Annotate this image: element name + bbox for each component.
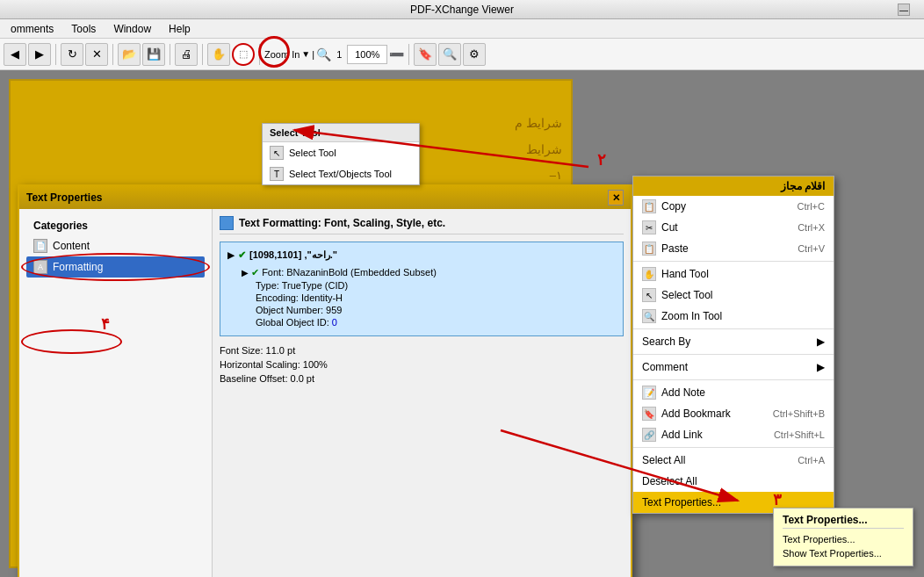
add-bookmark-label: Add Bookmark [661,408,731,420]
ctx-add-link[interactable]: 🔗 Add Link Ctrl+Shift+L [633,424,834,445]
paste-icon: 📋 [642,242,656,256]
font-label: Font: BNazaninBold (Embedded Subset) [262,267,437,278]
select-tool-dropdown-header: Select Tool [263,124,419,142]
app-title: PDF-XChange Viewer [410,4,514,16]
select-tool-option[interactable]: ↖ Select Tool [263,142,419,163]
link-shortcut: Ctrl+Shift+L [774,429,825,440]
bookmark-button[interactable]: 🔖 [414,43,437,66]
ctx-add-note[interactable]: 📝 Add Note [633,382,834,403]
dialog-title: Text Properties [26,191,102,204]
menu-tools[interactable]: Tools [64,21,103,37]
text-properties-label: Text Properties... [642,496,721,508]
separator-ctx-5 [633,447,834,448]
stop-button[interactable]: ✕ [85,43,108,66]
ctx-hand-tool[interactable]: ✋ Hand Tool [633,263,834,285]
menu-window[interactable]: Window [106,21,158,37]
ctx-select-all[interactable]: Select All Ctrl+A [633,450,834,471]
link-icon: 🔗 [642,428,656,442]
type-row: Type: TrueType (CID) [242,279,616,292]
ctx-cut[interactable]: ✂ Cut Ctrl+X [633,217,834,238]
text-info-box: ▶ ✔ ‬".راحه", [1098,1101] ▶ ✔ Font: BNaz… [220,242,624,336]
paste-label: Paste [661,242,689,255]
horizontal-scaling-row: Horizontal Scaling: 100% [220,357,624,371]
formatting-label: Formatting [53,261,103,273]
select-text-label: Select Text/Objects Tool [289,169,392,179]
font-section: ▶ ✔ Font: BNazaninBold (Embedded Subset)… [227,266,616,328]
zoom-dropdown-icon[interactable]: ▼ [301,49,310,59]
title-bar: PDF-XChange Viewer — [0,0,924,19]
bookmark-icon: 🔖 [642,407,656,421]
separator-4 [202,44,203,65]
separator-3 [170,44,170,65]
doc-arabic-text: شرایط م [515,116,562,130]
ctx-copy[interactable]: 📋 Copy Ctrl+C [633,196,834,217]
content-header: Text Formatting: Font, Scaling, Style, e… [220,216,624,234]
sidebar-item-content[interactable]: 📄 Content [26,235,205,256]
search-button[interactable]: 🔍 [438,43,461,66]
separator-1 [55,44,56,65]
minimize-button[interactable]: — [898,4,910,16]
ctx-deselect-all[interactable]: Deselect All [633,471,834,492]
print-button[interactable]: 🖨 [175,43,198,66]
text-properties-dialog: Text Properties ✕ Categories 📄 Content A… [18,184,632,577]
tooltip-item-2[interactable]: Show Text Properties... [783,546,904,560]
separator-ctx-1 [633,261,834,262]
zoom-icon: 🔍 [642,309,656,323]
zoom-in-label: Zoom In [264,49,300,60]
settings-button[interactable]: ⚙ [463,43,486,66]
select-tool-button[interactable]: ⬚ [232,43,255,66]
doc-arabic-text2: شرایط [526,142,562,156]
formatting-icon: A [33,260,47,274]
dialog-close-button[interactable]: ✕ [608,190,624,206]
select-text-objects-option[interactable]: T Select Text/Objects Tool [263,163,419,184]
content-header-label: Text Formatting: Font, Scaling, Style, e… [239,217,445,229]
ctx-comment[interactable]: Comment ▶ [633,357,834,378]
forward-button[interactable]: ▶ [28,43,51,66]
global-id-value: 0 [332,317,337,328]
toolbar: ◀ ▶ ↻ ✕ 📂 💾 🖨 ✋ ⬚ Zoom In ▼ | 🔍 1 100% ➖… [0,39,924,70]
content-header-icon [220,216,234,230]
select-icon: ↖ [642,288,656,302]
check-icon2: ✔ [251,267,259,278]
tooltip-item-1[interactable]: Text Properties... [783,532,904,546]
dialog-body: Categories 📄 Content A Formatting Text F… [19,209,631,577]
ctx-add-bookmark[interactable]: 🔖 Add Bookmark Ctrl+Shift+B [633,403,834,424]
sidebar-item-formatting[interactable]: A Formatting [26,256,205,278]
dialog-content: Text Formatting: Font, Scaling, Style, e… [213,209,631,577]
doc-arabic-text3: ۱– [550,169,562,182]
menu-help[interactable]: Help [162,21,198,37]
separator-2 [112,44,113,65]
dialog-titlebar: Text Properties ✕ [19,186,631,209]
select-all-shortcut: Ctrl+A [798,455,825,465]
back-button[interactable]: ◀ [4,43,26,66]
separator-ctx-3 [633,354,834,355]
open-button[interactable]: 📂 [118,43,141,66]
content-label: Content [53,240,90,252]
zoom-icon: 🔍 [316,47,331,61]
object-number-row: Object Number: 959 [242,304,616,316]
bookmark-shortcut: Ctrl+Shift+B [773,408,825,419]
ctx-zoom-in-tool[interactable]: 🔍 Zoom In Tool [633,306,834,327]
cut-icon: ✂ [642,220,656,234]
content-icon: 📄 [33,239,47,253]
global-object-row: Global Object ID: 0 [242,316,616,328]
hand-tool-button[interactable]: ✋ [207,43,230,66]
save-button[interactable]: 💾 [142,43,165,66]
page-num: 1 [336,49,342,60]
ctx-search-by[interactable]: Search By ▶ [633,331,834,352]
select-text-icon: T [270,167,284,181]
refresh-button[interactable]: ↻ [61,43,83,66]
add-note-label: Add Note [661,386,705,399]
categories-label: Categories [26,216,205,235]
select-tool-ctx-label: Select Tool [661,289,712,301]
menu-comments[interactable]: omments [4,21,61,37]
encoding-row: Encoding: Identity-H [242,292,616,304]
ctx-select-tool[interactable]: ↖ Select Tool [633,285,834,306]
zoom-controls: Zoom In ▼ | 🔍 1 100% ➖ [264,45,404,64]
context-menu-header: اقلام مجاز [633,177,834,196]
svg-text:۲: ۲ [597,151,606,169]
ctx-paste[interactable]: 📋 Paste Ctrl+V [633,238,834,259]
zoom-input[interactable]: 100% [347,45,387,64]
expand-icon: ▶ [227,250,235,260]
zoom-minus[interactable]: ➖ [389,47,404,61]
